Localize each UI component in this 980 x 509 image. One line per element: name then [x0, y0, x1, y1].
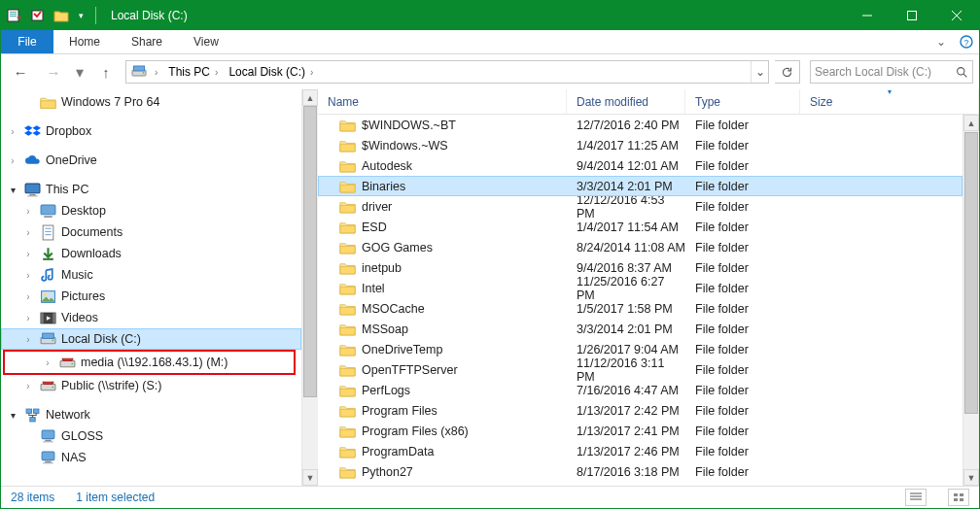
- folder-icon: [339, 363, 356, 377]
- drive-icon: [39, 330, 56, 348]
- chevron-right-icon[interactable]: ›: [42, 357, 53, 368]
- column-type[interactable]: Type: [685, 89, 800, 114]
- tree-desktop[interactable]: ›Desktop: [1, 200, 301, 221]
- svg-text:?: ?: [963, 38, 968, 48]
- history-dropdown[interactable]: ▾: [73, 63, 87, 82]
- tree-downloads[interactable]: ›Downloads: [1, 243, 301, 264]
- file-row[interactable]: Python278/17/2016 3:18 PMFile folder: [318, 461, 962, 482]
- file-row[interactable]: MSSoap3/3/2014 2:01 PMFile folder: [318, 319, 962, 339]
- crumb-local-disk[interactable]: Local Disk (C:)›: [225, 61, 320, 83]
- chevron-right-icon[interactable]: ›: [22, 334, 34, 345]
- file-row[interactable]: Autodesk9/4/2014 12:01 AMFile folder: [318, 155, 962, 176]
- qat-dropdown-icon[interactable]: ▾: [75, 6, 87, 25]
- tree-network-nas[interactable]: NAS: [1, 447, 301, 468]
- scroll-thumb[interactable]: [964, 132, 978, 414]
- folder-icon: [339, 404, 356, 418]
- refresh-button[interactable]: [775, 60, 800, 84]
- column-date[interactable]: Date modified: [567, 89, 685, 114]
- list-scrollbar[interactable]: ▲ ▼: [962, 115, 979, 486]
- tab-view[interactable]: View: [178, 30, 234, 53]
- file-row[interactable]: PerfLogs7/16/2016 4:47 AMFile folder: [318, 380, 962, 400]
- network-icon: [23, 406, 41, 424]
- qat-properties-icon[interactable]: [5, 6, 24, 25]
- maximize-button[interactable]: [890, 1, 934, 30]
- scroll-thumb[interactable]: [303, 106, 317, 397]
- back-button[interactable]: ←: [7, 58, 34, 85]
- svg-rect-40: [29, 417, 34, 421]
- file-row[interactable]: GOG Games8/24/2014 11:08 AMFile folder: [318, 237, 962, 257]
- chevron-down-icon[interactable]: ▾: [7, 185, 18, 195]
- column-size[interactable]: ▾Size: [800, 89, 979, 114]
- file-row[interactable]: Intel11/25/2016 6:27 PMFile folder: [318, 278, 962, 298]
- scroll-down-icon[interactable]: ▼: [302, 469, 318, 486]
- file-row[interactable]: $WINDOWS.~BT12/7/2016 2:40 PMFile folder: [318, 115, 962, 135]
- address-dropdown-icon[interactable]: ⌄: [751, 61, 768, 83]
- file-type: File folder: [685, 221, 800, 234]
- chevron-right-icon[interactable]: ›: [22, 313, 34, 323]
- tree-network[interactable]: ▾Network: [1, 404, 301, 425]
- tree-item-label: Videos: [61, 311, 98, 324]
- file-row[interactable]: Program Files (x86)1/13/2017 2:41 PMFile…: [318, 421, 962, 441]
- qat-newfolder-icon[interactable]: [28, 6, 48, 25]
- tree-local-disk[interactable]: ›Local Disk (C:): [1, 328, 301, 350]
- file-row[interactable]: MSOCache1/5/2017 1:58 PMFile folder: [318, 298, 962, 319]
- file-row[interactable]: ESD1/4/2017 11:54 AMFile folder: [318, 217, 962, 237]
- qat-explorer-icon[interactable]: [52, 6, 71, 25]
- chevron-right-icon[interactable]: ›: [22, 381, 34, 391]
- crumb-root-chevron[interactable]: ›: [148, 61, 164, 83]
- file-row[interactable]: Program Files1/13/2017 2:42 PMFile folde…: [318, 400, 962, 421]
- file-row[interactable]: ProgramData1/13/2017 2:46 PMFile folder: [318, 441, 962, 461]
- help-icon[interactable]: ?: [954, 30, 979, 53]
- tab-file[interactable]: File: [1, 30, 53, 53]
- tab-home[interactable]: Home: [53, 30, 116, 53]
- ribbon-chevron-icon[interactable]: ⌄: [928, 30, 954, 53]
- chevron-right-icon[interactable]: ›: [22, 206, 34, 217]
- view-details-button[interactable]: [905, 489, 927, 506]
- tree-music[interactable]: ›Music: [1, 264, 301, 286]
- scroll-up-icon[interactable]: ▲: [963, 115, 979, 131]
- list-body[interactable]: $WINDOWS.~BT12/7/2016 2:40 PMFile folder…: [318, 115, 979, 486]
- chevron-right-icon[interactable]: ›: [7, 155, 18, 166]
- tree-public-drive[interactable]: ›Public (\\strife) (S:): [1, 375, 301, 396]
- file-name: Program Files: [362, 404, 438, 418]
- minimize-button[interactable]: [845, 1, 890, 30]
- file-type: File folder: [685, 384, 800, 397]
- close-button[interactable]: [934, 1, 979, 30]
- tree-quick-access[interactable]: Windows 7 Pro 64: [1, 91, 301, 113]
- search-input[interactable]: Search Local Disk (C:): [810, 60, 973, 84]
- chevron-right-icon[interactable]: ›: [22, 227, 34, 238]
- scroll-up-icon[interactable]: ▲: [302, 89, 318, 106]
- tree-item-label: Desktop: [61, 204, 106, 218]
- tree-media-drive[interactable]: ›media (\\192.168.43.1) (M:): [5, 352, 294, 373]
- file-name: Autodesk: [362, 159, 412, 173]
- chevron-right-icon[interactable]: ›: [7, 126, 18, 137]
- chevron-right-icon[interactable]: ›: [22, 270, 34, 281]
- file-row[interactable]: driver12/12/2016 4:53 PMFile folder: [318, 196, 962, 217]
- tree-network-gloss[interactable]: GLOSS: [1, 425, 301, 447]
- tree-pictures[interactable]: ›Pictures: [1, 286, 301, 307]
- file-type: File folder: [685, 282, 800, 295]
- column-name[interactable]: Name: [318, 89, 567, 114]
- file-row[interactable]: OpenTFTPServer11/12/2016 3:11 PMFile fol…: [318, 359, 962, 380]
- tree-item-label: Downloads: [61, 247, 122, 260]
- crumb-this-pc[interactable]: This PC›: [164, 61, 225, 83]
- scroll-down-icon[interactable]: ▼: [963, 469, 979, 486]
- forward-button[interactable]: →: [40, 58, 67, 85]
- tree-videos[interactable]: ›Videos: [1, 307, 301, 328]
- tree[interactable]: Windows 7 Pro 64›Dropbox›OneDrive▾This P…: [1, 89, 301, 486]
- view-large-icons-button[interactable]: [948, 489, 969, 506]
- tree-scrollbar[interactable]: ▲ ▼: [301, 89, 318, 486]
- address-bar[interactable]: › This PC› Local Disk (C:)› ⌄: [125, 60, 769, 84]
- file-name: ProgramData: [362, 445, 434, 458]
- file-row[interactable]: $Windows.~WS1/4/2017 11:25 AMFile folder: [318, 135, 962, 155]
- tree-this-pc[interactable]: ▾This PC: [1, 179, 301, 200]
- tree-documents[interactable]: ›Documents: [1, 221, 301, 243]
- tree-onedrive[interactable]: ›OneDrive: [1, 150, 301, 171]
- tab-share[interactable]: Share: [116, 30, 178, 53]
- chevron-right-icon[interactable]: ›: [22, 249, 34, 259]
- chevron-down-icon[interactable]: ▾: [7, 410, 18, 421]
- up-button[interactable]: ↑: [92, 58, 120, 85]
- file-date: 8/17/2016 3:18 PM: [567, 465, 685, 479]
- chevron-right-icon[interactable]: ›: [22, 291, 34, 302]
- tree-dropbox[interactable]: ›Dropbox: [1, 120, 301, 142]
